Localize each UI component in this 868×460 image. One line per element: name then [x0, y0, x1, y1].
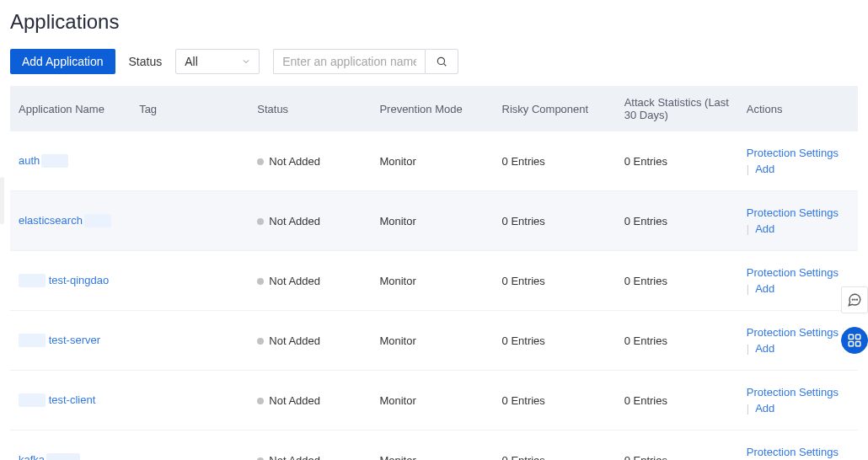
svg-point-2 [852, 299, 853, 300]
cell-name: test-client [10, 371, 132, 431]
cell-mode: Monitor [372, 191, 495, 251]
cell-name: auth [10, 131, 132, 191]
search-button[interactable] [425, 49, 458, 74]
protection-settings-link[interactable]: Protection Settings [747, 266, 839, 279]
redacted-suffix [41, 154, 68, 168]
cell-risky: 0 Entries [496, 131, 618, 191]
add-link[interactable]: Add [755, 163, 774, 175]
cell-tag [132, 311, 250, 371]
cell-mode: Monitor [372, 311, 495, 371]
app-name-link[interactable]: test-client [49, 393, 96, 406]
svg-point-4 [857, 299, 858, 300]
action-separator: | [747, 163, 749, 175]
cell-mode: Monitor [372, 371, 495, 431]
cell-actions: Protection Settings| Add [740, 191, 858, 251]
col-risky: Risky Component [496, 86, 618, 131]
cell-attack: 0 Entries [618, 191, 740, 251]
protection-settings-link[interactable]: Protection Settings [747, 147, 839, 159]
grid-icon [847, 333, 862, 348]
status-text: Not Added [269, 454, 320, 461]
redacted-prefix [19, 393, 46, 407]
svg-point-0 [438, 57, 445, 64]
cell-tag [132, 251, 250, 311]
svg-point-3 [855, 299, 855, 300]
action-separator: | [747, 402, 749, 415]
app-name-link[interactable]: auth [19, 154, 40, 167]
svg-line-1 [444, 64, 447, 67]
add-application-button[interactable]: Add Application [10, 49, 115, 74]
protection-settings-link[interactable]: Protection Settings [747, 446, 839, 458]
redacted-suffix [46, 453, 80, 460]
status-filter-value: All [175, 49, 260, 74]
app-name-link[interactable]: test-qingdao [49, 274, 110, 286]
status-dot-icon [257, 158, 264, 165]
col-actions: Actions [740, 86, 858, 131]
col-name: Application Name [10, 86, 132, 131]
status-text: Not Added [269, 275, 320, 287]
feedback-button[interactable] [841, 286, 868, 313]
cell-actions: Protection Settings| Add [740, 251, 858, 311]
app-launcher-button[interactable] [841, 327, 868, 354]
status-dot-icon [257, 218, 264, 225]
table-row: kafkaNot AddedMonitor0 Entries0 EntriesP… [10, 431, 858, 461]
status-text: Not Added [269, 215, 320, 227]
add-link[interactable]: Add [755, 282, 774, 295]
app-name-link[interactable]: kafka [19, 453, 45, 460]
svg-rect-5 [849, 334, 853, 339]
cell-actions: Protection Settings| Add [740, 371, 858, 431]
table-row: authNot AddedMonitor0 Entries0 EntriesPr… [10, 131, 858, 191]
add-link[interactable]: Add [755, 402, 774, 415]
cell-risky: 0 Entries [496, 251, 618, 311]
action-separator: | [747, 342, 749, 355]
left-scroll-indicator [0, 177, 4, 224]
cell-risky: 0 Entries [496, 371, 618, 431]
cell-name: elasticsearch [10, 191, 132, 251]
add-link[interactable]: Add [755, 222, 774, 235]
protection-settings-link[interactable]: Protection Settings [747, 206, 839, 219]
status-filter-label: Status [129, 55, 163, 68]
cell-status: Not Added [250, 431, 372, 461]
action-separator: | [747, 282, 749, 295]
table-row: test-clientNot AddedMonitor0 Entries0 En… [10, 371, 858, 431]
status-text: Not Added [269, 334, 320, 347]
table-header-row: Application Name Tag Status Prevention M… [10, 86, 858, 131]
table-row: test-qingdaoNot AddedMonitor0 Entries0 E… [10, 251, 858, 311]
redacted-prefix [19, 274, 46, 287]
status-text: Not Added [269, 394, 320, 407]
applications-table: Application Name Tag Status Prevention M… [10, 86, 858, 460]
cell-attack: 0 Entries [618, 251, 740, 311]
col-tag: Tag [132, 86, 250, 131]
table-row: test-serverNot AddedMonitor0 Entries0 En… [10, 311, 858, 371]
cell-mode: Monitor [372, 131, 495, 191]
cell-mode: Monitor [372, 431, 495, 461]
search-input[interactable] [273, 49, 425, 74]
search-icon [436, 56, 447, 67]
cell-tag [132, 431, 250, 461]
chat-icon [847, 292, 862, 308]
app-name-link[interactable]: elasticsearch [19, 214, 83, 227]
page-title: Applications [10, 10, 858, 34]
redacted-suffix [84, 214, 111, 227]
add-link[interactable]: Add [755, 342, 774, 355]
svg-rect-7 [849, 342, 853, 346]
cell-attack: 0 Entries [618, 311, 740, 371]
table-row: elasticsearchNot AddedMonitor0 Entries0 … [10, 191, 858, 251]
status-filter-select[interactable]: All [175, 49, 260, 74]
col-status: Status [250, 86, 372, 131]
redacted-prefix [19, 334, 46, 347]
cell-actions: Protection Settings| Add [740, 131, 858, 191]
col-attack: Attack Statistics (Last 30 Days) [618, 86, 740, 131]
cell-risky: 0 Entries [496, 311, 618, 371]
app-name-link[interactable]: test-server [49, 334, 100, 346]
cell-status: Not Added [250, 311, 372, 371]
cell-status: Not Added [250, 371, 372, 431]
cell-name: test-qingdao [10, 251, 132, 311]
cell-status: Not Added [250, 131, 372, 191]
protection-settings-link[interactable]: Protection Settings [747, 386, 839, 398]
protection-settings-link[interactable]: Protection Settings [747, 326, 839, 339]
cell-attack: 0 Entries [618, 431, 740, 461]
cell-risky: 0 Entries [496, 191, 618, 251]
cell-mode: Monitor [372, 251, 495, 311]
cell-name: test-server [10, 311, 132, 371]
cell-tag [132, 191, 250, 251]
